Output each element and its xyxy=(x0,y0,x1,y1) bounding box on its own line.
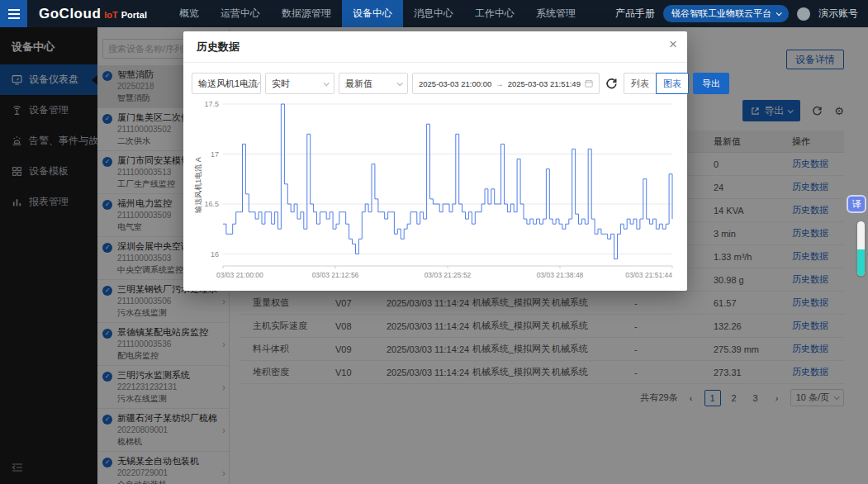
menu-toggle-button[interactable] xyxy=(0,0,27,27)
modal-title: 历史数据 xyxy=(197,40,240,55)
history-chart-container: 17.51716.51603/03 21:00:0003/03 21:12:56… xyxy=(193,97,677,294)
view-toggle: 列表 图表 xyxy=(624,73,689,94)
history-line-chart: 17.51716.51603/03 21:00:0003/03 21:12:56… xyxy=(193,97,677,291)
svg-text:16: 16 xyxy=(211,250,219,259)
modal-refresh-button[interactable] xyxy=(604,78,619,90)
chevron-down-icon xyxy=(397,80,403,86)
svg-text:03/03 21:38:48: 03/03 21:38:48 xyxy=(537,271,584,279)
svg-text:17: 17 xyxy=(211,150,219,159)
scrollbar-thumb[interactable] xyxy=(857,249,865,276)
nav-tab-work-center[interactable]: 工作中心 xyxy=(464,0,525,27)
date-range-picker[interactable]: 2025-03-03 21:00:00 → 2025-03-03 21:51:4… xyxy=(412,73,600,94)
page-scrollbar[interactable] xyxy=(857,221,865,276)
range-arrow: → xyxy=(496,79,504,88)
nav-tab-message-center[interactable]: 消息中心 xyxy=(403,0,464,27)
mode-select[interactable]: 实时 xyxy=(265,73,334,94)
nav-tab-system-mgmt[interactable]: 系统管理 xyxy=(525,0,586,27)
account-name: 演示账号 xyxy=(818,7,858,21)
svg-text:03/03 21:00:00: 03/03 21:00:00 xyxy=(216,271,263,279)
modal-export-button[interactable]: 导出 xyxy=(693,73,729,94)
avatar[interactable] xyxy=(797,7,810,21)
translate-badge[interactable]: 译 xyxy=(847,195,866,213)
modal-controls: 输送风机1电流 实时 最新值 2025-03-03 21:00:00 → 202… xyxy=(192,73,679,94)
tenant-selector[interactable]: 锐谷智联工业物联云平台 xyxy=(663,5,789,22)
close-icon[interactable]: × xyxy=(669,37,677,51)
primary-nav: 概览运营中心数据源管理设备中心消息中心工作中心系统管理 xyxy=(168,0,586,27)
svg-text:03/03 21:25:52: 03/03 21:25:52 xyxy=(425,271,472,279)
view-list-button[interactable]: 列表 xyxy=(624,73,656,94)
start-datetime: 2025-03-03 21:00:00 xyxy=(419,79,491,88)
refresh-icon xyxy=(605,78,618,90)
svg-text:03/03 21:12:56: 03/03 21:12:56 xyxy=(312,271,359,279)
nav-right: 产品手册 锐谷智联工业物联云平台 演示账号 xyxy=(615,5,868,22)
svg-text:03/03 21:51:44: 03/03 21:51:44 xyxy=(625,271,672,279)
view-chart-button[interactable]: 图表 xyxy=(656,73,689,94)
logo-name: GoCloud xyxy=(39,6,101,22)
history-data-modal: 历史数据 × 输送风机1电流 实时 最新值 2025-03-03 21:00:0… xyxy=(183,31,687,291)
tenant-name: 锐谷智联工业物联云平台 xyxy=(671,7,771,20)
nav-tab-device-center[interactable]: 设备中心 xyxy=(342,0,403,27)
nav-tab-operation-center[interactable]: 运营中心 xyxy=(210,0,271,27)
svg-text:17.5: 17.5 xyxy=(204,100,219,108)
nav-tab-datasource-mgmt[interactable]: 数据源管理 xyxy=(271,0,342,27)
top-nav: GoCloud IoT Portal 概览运营中心数据源管理设备中心消息中心工作… xyxy=(0,0,868,27)
logo-portal: Portal xyxy=(121,10,147,20)
nav-tab-overview[interactable]: 概览 xyxy=(168,0,210,27)
logo-iot: IoT xyxy=(104,10,118,20)
modal-header: 历史数据 × xyxy=(183,31,687,63)
svg-text:输送风机1电流 A: 输送风机1电流 A xyxy=(194,157,202,214)
app-logo: GoCloud IoT Portal xyxy=(39,6,147,22)
chevron-down-icon xyxy=(776,10,782,16)
calendar-icon xyxy=(585,79,593,88)
product-manual-link[interactable]: 产品手册 xyxy=(615,7,655,21)
end-datetime: 2025-03-03 21:51:49 xyxy=(508,79,581,88)
chevron-down-icon xyxy=(324,80,330,86)
property-select[interactable]: 输送风机1电流 xyxy=(192,73,261,94)
aggregate-select[interactable]: 最新值 xyxy=(339,73,408,94)
hamburger-icon xyxy=(8,13,20,15)
svg-text:16.5: 16.5 xyxy=(204,200,219,208)
